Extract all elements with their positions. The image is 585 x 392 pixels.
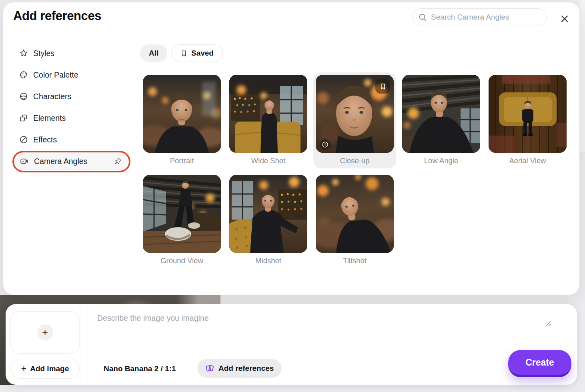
reference-image [143, 175, 221, 253]
add-references-button[interactable]: Add references [197, 359, 282, 378]
pin-icon[interactable] [114, 158, 122, 165]
add-references-label: Add references [218, 364, 274, 373]
sidebar-item-label: Elements [33, 114, 66, 123]
resize-handle-icon[interactable] [545, 320, 552, 327]
sidebar-item-label: Effects [33, 135, 57, 144]
background-panel-edge [579, 0, 585, 152]
palette-icon [19, 70, 28, 79]
tab-all-label: All [149, 49, 158, 58]
sidebar-item-effects[interactable]: Effects [13, 131, 63, 148]
sidebar-item-label: Camera Angles [34, 157, 87, 166]
reference-image [229, 75, 307, 153]
sidebar-item-label: Characters [33, 92, 71, 101]
reference-card-midshot[interactable]: Midshot [229, 175, 307, 275]
video-camera-icon [20, 157, 29, 166]
reference-card-label: Wide Shot [229, 153, 307, 175]
reference-card-tiltshot[interactable]: Tiltshot [316, 175, 394, 275]
sidebar-item-styles[interactable]: Styles [13, 44, 61, 62]
plus-icon: + [21, 363, 26, 374]
reference-card-label: Close-up [316, 153, 394, 175]
plus-icon[interactable]: + [37, 324, 53, 340]
slashed-circle-icon [19, 135, 28, 144]
sidebar-item-color-palette[interactable]: Color Palette [13, 66, 85, 84]
create-button[interactable]: Create [508, 350, 571, 377]
reference-image [143, 75, 221, 153]
reference-card-label: Midshot [229, 253, 307, 275]
reference-image [402, 75, 480, 153]
prompt-input[interactable] [97, 314, 529, 355]
reference-card-low-angle[interactable]: Low Angle [402, 75, 480, 175]
model-selector[interactable]: Nano Banana 2 / 1:1 [104, 364, 176, 373]
reference-card-ground-view[interactable]: Ground View [143, 175, 221, 275]
reference-card-label: Tiltshot [316, 253, 394, 275]
reference-card-aerial-view[interactable]: Aerial View [489, 75, 567, 175]
reference-image [489, 75, 567, 153]
reference-card-label: Ground View [143, 253, 221, 275]
sidebar-item-label: Color Palette [33, 70, 78, 80]
reference-image [229, 175, 307, 253]
reference-card-close-up[interactable]: Close-up [316, 75, 394, 175]
bookmark-badge[interactable] [375, 79, 390, 94]
search-box[interactable] [412, 8, 547, 26]
bookmark-icon [379, 82, 387, 90]
add-image-button[interactable]: + Add image [10, 359, 80, 379]
search-icon [418, 13, 427, 22]
info-icon [321, 141, 329, 148]
image-upload-dropzone[interactable]: + [10, 311, 80, 354]
bookmark-icon [180, 50, 188, 57]
composer-divider [88, 304, 88, 385]
sidebar-item-camera-angles[interactable]: Camera Angles [14, 152, 128, 170]
stacked-cards-icon [205, 364, 214, 373]
composer-bar: + + Add image Nano Banana 2 / 1:1 Add re… [6, 304, 577, 385]
tab-saved-label: Saved [191, 49, 214, 58]
sidebar-item-elements[interactable]: Elements [13, 109, 72, 127]
close-button[interactable] [558, 12, 571, 26]
tab-all[interactable]: All [140, 44, 167, 62]
reference-grid: Portrait Wide Shot Close-up [143, 75, 567, 275]
close-icon [560, 14, 569, 24]
search-input[interactable] [431, 13, 541, 22]
reference-image [316, 175, 394, 253]
add-image-label: Add image [30, 364, 69, 373]
sidebar-item-characters[interactable]: Characters [13, 88, 78, 105]
info-badge[interactable] [320, 139, 331, 150]
reference-image [316, 75, 394, 153]
reference-card-portrait[interactable]: Portrait [143, 75, 221, 175]
reference-card-label: Aerial View [489, 153, 567, 175]
reference-card-wide-shot[interactable]: Wide Shot [229, 75, 307, 175]
overlapping-shapes-icon [19, 114, 28, 122]
star-icon [19, 49, 28, 58]
sidebar-item-label: Styles [33, 49, 54, 58]
reference-card-label: Portrait [143, 153, 221, 175]
character-face-icon [19, 92, 28, 101]
page-title: Add references [13, 9, 101, 23]
add-references-modal: Add references Styles Color Palette Char… [3, 2, 579, 295]
tab-saved[interactable]: Saved [171, 44, 223, 62]
reference-card-label: Low Angle [402, 153, 480, 175]
